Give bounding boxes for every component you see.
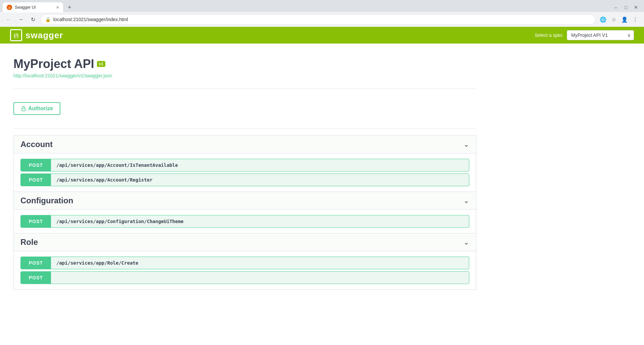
endpoint-path-istenantavailable: /api/services/app/Account/IsTenantAvaila… <box>51 159 183 171</box>
api-title: MyProject API v1 <box>13 57 476 71</box>
authorize-section: Authorize <box>13 95 476 122</box>
authorize-btn-label: Authorize <box>28 106 53 112</box>
maximize-btn[interactable]: □ <box>622 3 630 11</box>
section-configuration: Configuration ⌄ POST /api/services/app/C… <box>13 192 476 233</box>
api-title-section: MyProject API v1 http://localhost:21021/… <box>13 50 476 82</box>
tab-bar: {} Swagger UI × + – □ ✕ <box>0 0 644 12</box>
close-tab-btn[interactable]: × <box>56 5 59 10</box>
authorize-btn[interactable]: Authorize <box>13 102 60 115</box>
endpoint-path-role-create: /api/services/app/Role/Create <box>51 257 144 269</box>
menu-btn[interactable]: ⋮ <box>631 15 640 24</box>
endpoint-path-register: /api/services/app/Account/Register <box>51 174 158 186</box>
lock-authorize-icon <box>21 106 26 111</box>
api-url-link[interactable]: http://localhost:21021/swagger/v1/swagge… <box>13 73 476 78</box>
endpoint-account-register[interactable]: POST /api/services/app/Account/Register <box>20 174 469 186</box>
browser-chrome: {} Swagger UI × + – □ ✕ ← → ↻ 🔒 localhos… <box>0 0 644 27</box>
section-configuration-chevron: ⌄ <box>464 197 469 205</box>
reload-btn[interactable]: ↻ <box>28 15 38 24</box>
section-account-chevron: ⌄ <box>464 140 469 148</box>
section-account: Account ⌄ POST /api/services/app/Account… <box>13 135 476 192</box>
section-role-header[interactable]: Role ⌄ <box>14 233 476 251</box>
bookmark-btn[interactable]: ☆ <box>609 15 619 24</box>
back-btn[interactable]: ← <box>4 15 13 24</box>
section-role-chevron: ⌄ <box>464 238 469 246</box>
active-tab[interactable]: {} Swagger UI × <box>3 2 63 12</box>
api-title-text: MyProject API <box>13 57 94 71</box>
section-configuration-body: POST /api/services/app/Configuration/Cha… <box>14 210 476 233</box>
section-configuration-title: Configuration <box>20 196 73 205</box>
endpoint-role-partial[interactable]: POST <box>20 271 469 284</box>
spec-selector: Select a spec MyProject API V1 <box>535 30 634 40</box>
spec-dropdown-wrapper[interactable]: MyProject API V1 <box>567 30 634 40</box>
endpoint-account-istenantavailable[interactable]: POST /api/services/app/Account/IsTenantA… <box>20 159 469 171</box>
endpoint-role-create[interactable]: POST /api/services/app/Role/Create <box>20 257 469 269</box>
section-account-header[interactable]: Account ⌄ <box>14 136 476 153</box>
lock-icon: 🔒 <box>45 17 51 22</box>
section-configuration-header[interactable]: Configuration ⌄ <box>14 192 476 210</box>
endpoint-path-role-partial <box>51 274 62 281</box>
swagger-header: {/} swagger Select a spec MyProject API … <box>0 27 644 44</box>
svg-rect-4 <box>22 108 25 111</box>
method-badge-post-4: POST <box>21 257 51 269</box>
section-role-body: POST /api/services/app/Role/Create POST <box>14 251 476 289</box>
window-controls: – □ ✕ <box>610 3 641 11</box>
swagger-main: MyProject API v1 http://localhost:21021/… <box>0 44 490 296</box>
api-version-badge: v1 <box>97 61 105 67</box>
section-role-title: Role <box>20 237 38 247</box>
svg-text:{}: {} <box>8 6 10 9</box>
new-tab-btn[interactable]: + <box>66 4 73 11</box>
method-badge-post: POST <box>21 159 51 171</box>
method-badge-post-2: POST <box>21 174 51 186</box>
endpoint-path-changeuitheme: /api/services/app/Configuration/ChangeUi… <box>51 215 189 227</box>
tab-title: Swagger UI <box>15 5 54 10</box>
swagger-logo-text: swagger <box>25 30 63 41</box>
spec-selector-label: Select a spec <box>535 32 563 38</box>
tab-favicon: {} <box>7 5 12 10</box>
method-badge-post-5: POST <box>21 272 51 284</box>
section-role: Role ⌄ POST /api/services/app/Role/Creat… <box>13 233 476 290</box>
svg-text:{/}: {/} <box>14 33 19 38</box>
close-btn[interactable]: ✕ <box>632 3 640 11</box>
section-account-body: POST /api/services/app/Account/IsTenantA… <box>14 153 476 192</box>
title-divider <box>13 88 476 89</box>
section-account-title: Account <box>20 140 53 149</box>
swagger-logo-icon: {/} <box>10 29 22 41</box>
swagger-logo: {/} swagger <box>10 29 535 41</box>
spec-dropdown[interactable]: MyProject API V1 <box>567 30 634 40</box>
method-badge-post-3: POST <box>21 215 51 227</box>
profile-btn[interactable]: 👤 <box>620 15 629 24</box>
address-bar: 🔒 localhost:21021/swagger/index.html <box>40 14 596 25</box>
url-text[interactable]: localhost:21021/swagger/index.html <box>53 17 591 22</box>
endpoint-configuration-changeuitheme[interactable]: POST /api/services/app/Configuration/Cha… <box>20 215 469 228</box>
translate-btn[interactable]: 🌐 <box>598 15 608 24</box>
browser-toolbar: ← → ↻ 🔒 localhost:21021/swagger/index.ht… <box>0 12 644 27</box>
authorize-divider <box>13 128 476 129</box>
toolbar-actions: 🌐 ☆ 👤 ⋮ <box>598 15 640 24</box>
forward-btn[interactable]: → <box>16 15 25 24</box>
minimize-btn[interactable]: – <box>612 3 620 11</box>
